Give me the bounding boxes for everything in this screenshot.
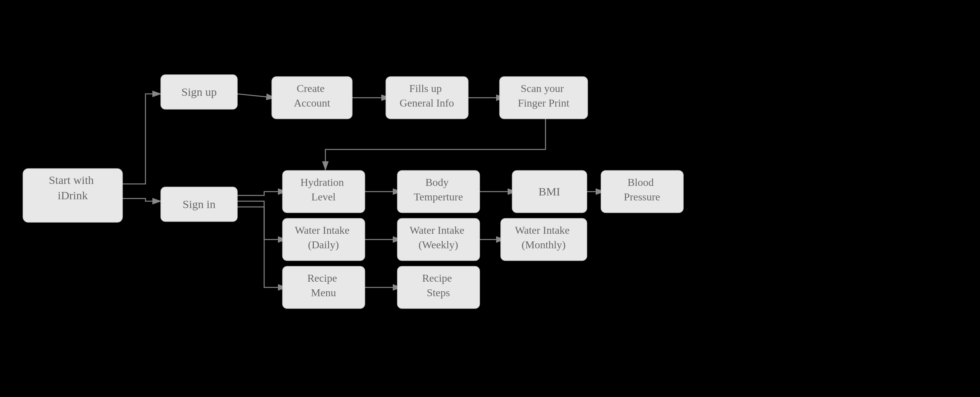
node-bmi-label: BMI (539, 185, 560, 198)
svg-rect-1 (0, 0, 980, 397)
node-signin-label: Sign in (183, 198, 216, 210)
flowchart-container: Start with iDrink Sign up Sign in Create… (0, 0, 980, 397)
node-signup-label: Sign up (181, 85, 217, 98)
